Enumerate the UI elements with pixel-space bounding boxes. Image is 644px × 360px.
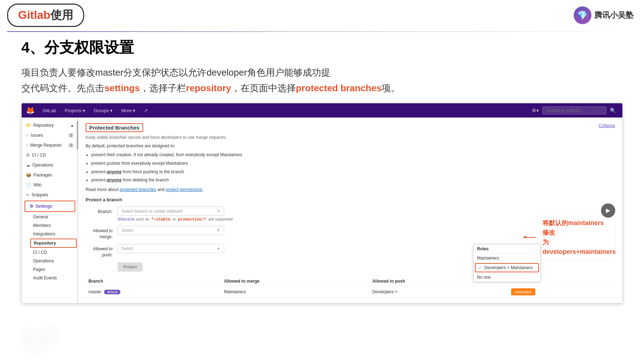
header-logo: 💎 腾讯小吴塾	[574, 6, 633, 24]
issues-icon: ○	[26, 133, 28, 138]
th-merge: Allowed to merge	[221, 277, 369, 286]
pb-title: Protected Branches	[86, 123, 143, 132]
branch-placeholder: Select branch or create wildcard	[121, 209, 182, 214]
sidebar-item-snippets[interactable]: ✂ Snippets	[22, 190, 78, 200]
sidebar-item-issues[interactable]: ○ Issues 0	[22, 130, 78, 140]
collapse-arrow: ▲	[70, 124, 74, 127]
branch-select[interactable]: Select branch or create wildcard ▼	[118, 207, 224, 216]
header-divider	[7, 31, 637, 32]
merge-select[interactable]: Select ▼	[118, 226, 224, 235]
nav-projects[interactable]: Projects ▾	[61, 107, 89, 115]
pb-header: Protected Branches Collapse	[86, 123, 615, 132]
merge-label: Allowed tomerge:	[86, 226, 118, 240]
roles-dev-maintainers[interactable]: ✓ Developers + Maintainers	[475, 263, 539, 272]
sidebar-sub-repository[interactable]: Repository	[30, 239, 77, 248]
gitlab-nav-logo: 🦊	[26, 106, 35, 115]
cicd-icon: ⚙	[26, 153, 30, 158]
roles-no-one[interactable]: No one	[473, 273, 540, 282]
sidebar-sub-members[interactable]: Members	[29, 221, 78, 230]
sidebar: 📁 Repository ▲ ○ Issues 0 ↕ Merge Reques…	[22, 118, 79, 303]
video-play-button[interactable]: ▶	[601, 203, 615, 218]
protect-branch-title: Protect a branch	[86, 197, 615, 202]
annotation-box: 将默认的maintainers修改为developers+maintainers	[537, 214, 615, 261]
sidebar-item-wiki[interactable]: 📄 Wiki	[22, 180, 78, 190]
pb-description: By default, protected branches are desig…	[86, 143, 615, 148]
roles-maintainers[interactable]: Maintainers	[473, 254, 540, 262]
hint-stable: *-stable	[150, 217, 171, 222]
nav-settings-icon[interactable]: ⚙▾	[530, 106, 541, 115]
nav-groups[interactable]: Groups ▾	[90, 107, 116, 115]
form-row-branch: Branch: Select branch or create wildcard…	[86, 207, 615, 222]
td-unprotect: Unprotect	[508, 286, 615, 298]
sidebar-sub-pages[interactable]: Pages	[29, 265, 78, 274]
wildcards-label: Wildcards	[118, 217, 135, 221]
screenshot-container: 🦊 GitLab Projects ▾ Groups ▾ More ▾ ↗ ⚙▾…	[21, 103, 623, 304]
pb-bullet-2: prevent pushes from everybody except Mai…	[91, 160, 615, 168]
svg-point-2	[20, 326, 37, 344]
packages-icon: 📦	[26, 173, 31, 178]
nav-more[interactable]: More ▾	[118, 107, 139, 115]
gitlab-navbar: 🦊 GitLab Projects ▾ Groups ▾ More ▾ ↗ ⚙▾…	[22, 103, 622, 118]
sidebar-item-settings[interactable]: ⚙ Settings	[25, 201, 75, 212]
roles-dropdown: Roles Maintainers ✓ Developers + Maintai…	[473, 244, 541, 282]
pb-bullet-4: prevent anyone from deleting the branch	[91, 176, 615, 184]
gitlab-badge: Gitlab使用	[7, 4, 84, 27]
td-merge-value: Maintainers	[221, 286, 369, 298]
annotation-text: 将默认的maintainers修改为developers+maintainers	[542, 218, 610, 257]
protect-button[interactable]: Protect	[118, 262, 142, 272]
svg-point-1	[39, 324, 60, 346]
issues-badge: 0	[68, 133, 74, 138]
logo-text: 腾讯小吴塾	[594, 10, 633, 21]
scroll-indicator	[77, 118, 78, 303]
push-select[interactable]: Select ▼	[118, 244, 224, 253]
arrow-head	[523, 236, 526, 239]
merge-arrow-icon: ▼	[217, 228, 220, 232]
branch-arrow-icon: ▼	[217, 209, 220, 213]
unprotect-button[interactable]: Unprotect	[511, 288, 535, 295]
sidebar-item-merge-requests[interactable]: ↕ Merge Requests 0	[22, 140, 78, 150]
sidebar-sub-items: General Members Integrations Repository …	[22, 213, 78, 282]
sidebar-item-repository[interactable]: 📁 Repository ▲	[22, 120, 78, 130]
sidebar-item-cicd[interactable]: ⚙ CI / CD	[22, 150, 78, 160]
pb-bullet-1: prevent their creation, if not already c…	[91, 151, 615, 159]
pb-bullet-3: prevent anyone from force pushing to the…	[91, 168, 615, 176]
logo-icon: 💎	[574, 6, 591, 24]
sidebar-item-operations[interactable]: ☁ Operations	[22, 160, 78, 170]
form-row-merge: Allowed tomerge: Select ▼	[86, 226, 615, 240]
arrow-line	[523, 237, 536, 238]
merge-placeholder: Select	[121, 228, 133, 233]
merge-requests-icon: ↕	[26, 143, 28, 148]
sidebar-sub-general[interactable]: General	[29, 213, 78, 221]
pb-subtitle: Keep stable branches secure and force de…	[86, 135, 615, 140]
nav-chart[interactable]: ↗	[140, 107, 151, 115]
protected-branches-link[interactable]: protected branches	[120, 187, 156, 192]
hint-production: production/*	[177, 217, 207, 222]
scroll-thumb[interactable]	[77, 121, 78, 149]
push-label: Allowed topush:	[86, 244, 118, 258]
pb-collapse-button[interactable]: Collapse	[599, 123, 615, 128]
repository-icon: 📁	[26, 123, 31, 128]
sidebar-item-packages[interactable]: 📦 Packages	[22, 170, 78, 180]
push-arrow-icon: ▼	[217, 247, 220, 251]
header: Gitlab使用 💎 腾讯小吴塾	[0, 0, 644, 31]
sidebar-sub-integrations[interactable]: Integrations	[29, 230, 78, 238]
branch-label: Branch:	[86, 207, 118, 215]
pb-read-more: Read more about protected branches and p…	[86, 187, 615, 192]
push-placeholder: Select	[121, 246, 133, 251]
td-push-value: Developers +	[369, 286, 508, 298]
wiki-icon: 📄	[26, 182, 31, 187]
sidebar-sub-cicd[interactable]: CI / CD	[29, 248, 78, 257]
checkmark-icon: ✓	[478, 266, 482, 270]
td-branch-name: master default	[86, 286, 221, 298]
arrow-container	[523, 237, 536, 238]
nav-search-icon[interactable]: 🔍	[608, 106, 618, 115]
table-row: master default Maintainers Developers + …	[86, 286, 615, 298]
nav-gitlab[interactable]: GitLab	[39, 107, 60, 115]
project-permissions-link[interactable]: project permissions	[166, 187, 202, 192]
sidebar-sub-audit[interactable]: Audit Events	[29, 274, 78, 282]
operations-icon: ☁	[26, 163, 30, 168]
nav-search-input[interactable]	[542, 107, 606, 114]
sidebar-sub-operations[interactable]: Operations	[29, 257, 78, 265]
body-text: 项目负责人要修改master分支保护状态以允许developer角色用户能够成功…	[0, 61, 644, 103]
snippets-icon: ✂	[26, 192, 29, 197]
